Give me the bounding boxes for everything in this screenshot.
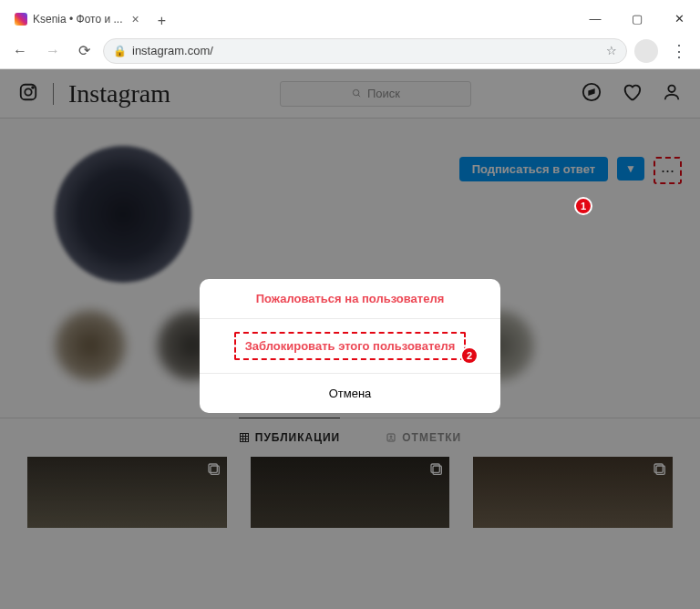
nav-reload-button[interactable]: ⟳ (73, 38, 96, 63)
browser-titlebar: Ksenia • Фото и ... × + — ▢ ✕ (0, 0, 700, 33)
new-tab-button[interactable]: + (149, 9, 175, 33)
window-controls: — ▢ ✕ (574, 4, 700, 33)
lock-icon: 🔒 (113, 45, 127, 57)
tab-close-icon[interactable]: × (132, 12, 139, 26)
block-user-option[interactable]: Заблокировать этого пользователя 2 (200, 319, 500, 374)
tab-title: Ksenia • Фото и ... (33, 13, 123, 26)
annotation-badge-1: 1 (574, 197, 592, 215)
cancel-option[interactable]: Отмена (200, 374, 500, 413)
bookmark-star-icon[interactable]: ☆ (606, 44, 617, 57)
annotation-badge-2: 2 (460, 346, 479, 365)
block-highlight: Заблокировать этого пользователя (234, 332, 467, 360)
window-close-button[interactable]: ✕ (658, 4, 700, 33)
options-modal: Пожаловаться на пользователя Заблокирова… (200, 279, 500, 413)
report-user-option[interactable]: Пожаловаться на пользователя (200, 279, 500, 319)
profile-avatar-button[interactable] (634, 39, 658, 63)
nav-back-button[interactable]: ← (7, 39, 33, 63)
browser-toolbar: ← → ⟳ 🔒 instagram.com/ ☆ ⋮ (0, 33, 700, 69)
tab-favicon (15, 13, 27, 26)
address-bar[interactable]: 🔒 instagram.com/ ☆ (103, 38, 627, 64)
browser-menu-button[interactable]: ⋮ (665, 41, 693, 61)
browser-tab[interactable]: Ksenia • Фото и ... × (5, 5, 149, 33)
nav-forward-button[interactable]: → (40, 39, 66, 63)
window-minimize-button[interactable]: — (574, 4, 616, 33)
window-maximize-button[interactable]: ▢ (616, 4, 658, 33)
url-text: instagram.com/ (132, 44, 213, 57)
